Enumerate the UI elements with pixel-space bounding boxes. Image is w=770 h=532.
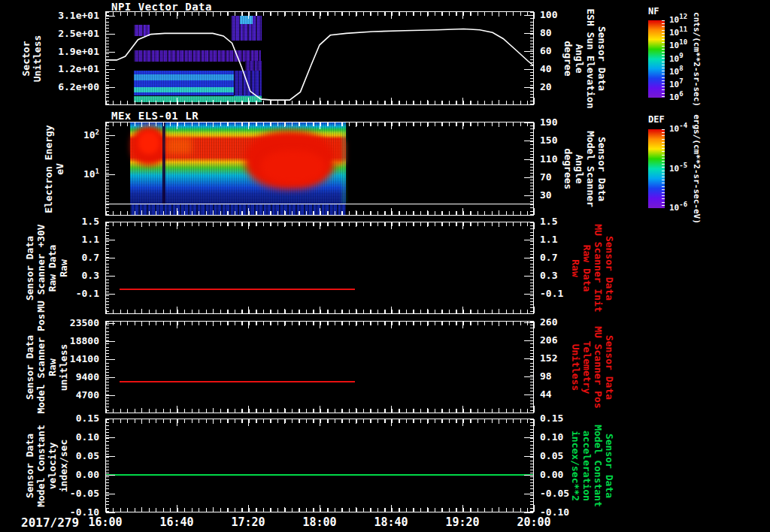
x-mid-tick bbox=[499, 12, 499, 17]
spectrogram-feature bbox=[162, 122, 165, 204]
x-major-tick bbox=[391, 322, 392, 328]
x-mid-tick bbox=[356, 210, 356, 215]
y-major-tick bbox=[524, 122, 533, 123]
x-major-tick bbox=[534, 419, 535, 426]
x-major-tick bbox=[320, 406, 320, 413]
x-major-tick bbox=[391, 307, 392, 313]
x-major-tick bbox=[534, 307, 535, 313]
y-major-tick bbox=[106, 377, 115, 378]
y-major-tick bbox=[524, 177, 533, 178]
x-major-tick bbox=[534, 12, 535, 19]
x-major-tick bbox=[320, 12, 320, 19]
x-mid-tick bbox=[356, 408, 356, 413]
x-major-tick bbox=[391, 406, 392, 413]
x-major-tick bbox=[105, 222, 106, 229]
x-major-tick bbox=[105, 98, 106, 104]
x-major-tick bbox=[534, 208, 535, 215]
x-major-tick bbox=[320, 208, 320, 215]
y-major-tick bbox=[524, 51, 533, 52]
series-line bbox=[120, 289, 354, 290]
y-major-tick bbox=[106, 87, 115, 88]
x-major-tick bbox=[177, 208, 177, 215]
axis-title-left-mconst: Sensor Data Model Constant velocity inde… bbox=[24, 419, 69, 512]
y-major-tick bbox=[106, 276, 115, 277]
x-major-tick bbox=[534, 406, 535, 413]
x-major-tick bbox=[248, 222, 249, 229]
x-major-tick bbox=[534, 505, 535, 512]
x-mid-tick bbox=[213, 309, 214, 313]
x-major-tick bbox=[320, 222, 320, 229]
x-major-tick bbox=[462, 505, 463, 512]
x-major-tick bbox=[177, 222, 177, 229]
x-mid-tick bbox=[284, 408, 285, 413]
series-line bbox=[120, 381, 354, 382]
colorbar-unit-def: ergs/(cm**2-sr-sec-eV) bbox=[692, 95, 701, 242]
x-mid-tick bbox=[356, 419, 356, 424]
x-major-tick bbox=[462, 12, 463, 19]
x-mid-tick bbox=[356, 309, 356, 313]
x-major-tick bbox=[462, 307, 463, 313]
x-major-tick bbox=[248, 322, 249, 328]
x-major-tick bbox=[177, 406, 177, 413]
y-major-tick bbox=[524, 456, 533, 457]
x-mid-tick bbox=[427, 309, 428, 313]
y-major-tick bbox=[524, 195, 533, 196]
x-mid-tick bbox=[284, 419, 285, 424]
y-major-tick bbox=[106, 341, 115, 342]
colorbar-tick-label: 106 bbox=[669, 92, 684, 102]
x-major-tick bbox=[177, 98, 177, 104]
x-mid-tick bbox=[427, 222, 428, 227]
y-major-tick bbox=[524, 15, 533, 16]
x-major-tick bbox=[248, 505, 249, 512]
x-major-tick bbox=[462, 222, 463, 229]
x-tick-label: 16:00 bbox=[88, 515, 122, 529]
x-mid-tick bbox=[284, 507, 285, 512]
y-major-tick bbox=[106, 437, 115, 438]
colorbar-def bbox=[648, 129, 665, 208]
colorbar-tick-label: 10-4 bbox=[669, 124, 687, 134]
x-mid-tick bbox=[141, 408, 142, 413]
x-mid-tick bbox=[427, 322, 428, 326]
axis-title-left-els: Electron Energy eV bbox=[43, 122, 65, 216]
y-major-tick bbox=[106, 359, 115, 360]
x-major-tick bbox=[177, 322, 177, 328]
x-major-tick bbox=[177, 307, 177, 313]
x-major-tick bbox=[320, 419, 320, 426]
x-major-tick bbox=[248, 12, 249, 19]
x-major-tick bbox=[105, 406, 106, 413]
x-mid-tick bbox=[427, 507, 428, 512]
x-major-tick bbox=[320, 98, 320, 104]
x-mid-tick bbox=[213, 100, 214, 104]
y-major-tick bbox=[106, 294, 115, 295]
x-mid-tick bbox=[284, 122, 285, 127]
y-major-tick bbox=[524, 258, 533, 258]
y-major-tick bbox=[106, 52, 115, 53]
x-mid-tick bbox=[356, 322, 356, 326]
y-tick-label: 1.9e+01 bbox=[0, 46, 99, 57]
x-major-tick bbox=[391, 122, 392, 129]
x-major-tick bbox=[105, 505, 106, 512]
x-mid-tick bbox=[427, 12, 428, 17]
x-major-tick bbox=[534, 222, 535, 229]
panel-content-els bbox=[106, 122, 533, 215]
axis-title-right-mconst: Sensor Data Model Constant acceleration … bbox=[570, 400, 615, 531]
y-major-tick bbox=[524, 159, 533, 160]
x-mid-tick bbox=[141, 222, 142, 227]
x-tick-label: 16:40 bbox=[159, 515, 193, 529]
x-mid-tick bbox=[356, 122, 356, 127]
y-major-tick bbox=[106, 456, 115, 457]
x-major-tick bbox=[320, 505, 320, 512]
x-major-tick bbox=[320, 307, 320, 313]
x-mid-tick bbox=[499, 419, 499, 424]
y-major-tick bbox=[524, 419, 533, 419]
y-major-tick bbox=[524, 276, 533, 277]
x-mid-tick bbox=[141, 322, 142, 326]
y-major-tick bbox=[524, 376, 533, 377]
x-mid-tick bbox=[284, 222, 285, 227]
y-major-tick bbox=[524, 340, 533, 341]
x-mid-tick bbox=[284, 12, 285, 17]
x-mid-tick bbox=[499, 309, 499, 313]
spectrogram-feature bbox=[342, 122, 347, 204]
colorbar-nf bbox=[648, 20, 665, 98]
y-major-tick bbox=[524, 322, 533, 323]
